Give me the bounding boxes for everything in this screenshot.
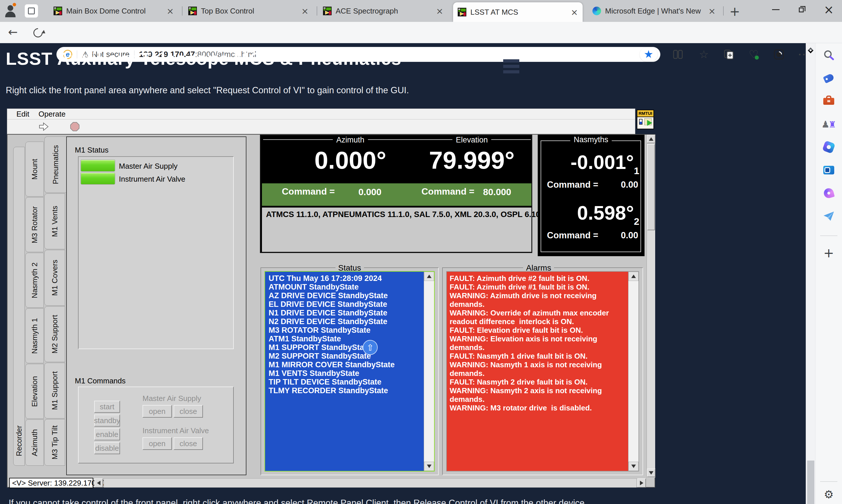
tab-close-icon[interactable]: × (571, 7, 578, 17)
tab-top-box-control[interactable]: Top Box Control × (184, 0, 313, 22)
vi-tab-m3-rotator[interactable]: M3 Rotator (25, 197, 44, 252)
favorites-button[interactable]: ☆ (697, 48, 711, 61)
scroll-up-icon: ⇧ (366, 343, 374, 353)
instrument-air-open-button[interactable]: open (143, 437, 172, 450)
tab-close-icon[interactable]: × (167, 6, 174, 16)
tab-close-icon[interactable]: × (709, 6, 716, 16)
close-window-button[interactable]: × (816, 0, 842, 19)
vi-horizontal-scrollbar[interactable] (104, 479, 637, 488)
vi-tab-label: Recorder (15, 426, 23, 456)
alarms-listbox[interactable]: FAULT: Azimuth drive #2 fault bit is ON.… (446, 271, 639, 471)
restore-button[interactable] (789, 0, 815, 19)
split-screen-button[interactable] (671, 48, 685, 61)
sidebar-tools-button[interactable] (822, 95, 835, 108)
sidebar-drop-button[interactable] (822, 210, 835, 222)
sidebar-search-button[interactable] (822, 49, 835, 61)
menu-operate[interactable]: Operate (39, 110, 66, 119)
master-air-open-button[interactable]: open (143, 405, 172, 418)
status-line: M1 SUPPORT StandbyState (269, 343, 421, 352)
alarms-scrollbar[interactable] (628, 272, 639, 471)
tag-hole (825, 78, 828, 80)
server-status-box: <V> Server: 139.229.170.47 (9, 478, 93, 488)
start-button[interactable]: start (94, 401, 120, 413)
bookmark-added-button[interactable] (640, 47, 658, 61)
tracking-prevention-button[interactable] (772, 48, 786, 61)
vi-scroll-up-button[interactable] (647, 135, 656, 143)
page-scrollbar[interactable] (806, 43, 815, 504)
browser-essentials-button[interactable]: ♡ (747, 48, 760, 61)
page-scroll-up-button[interactable] (809, 48, 813, 52)
vi-tab-m1-covers[interactable]: M1 Covers (44, 250, 65, 306)
disable-button[interactable]: disable (94, 442, 120, 454)
sidebar-m365-button[interactable] (822, 141, 835, 154)
tab-edge-whats-new[interactable]: Microsoft Edge | What's New × (588, 0, 720, 22)
outlook-o (824, 167, 830, 173)
azimuth-command-label: Command = (282, 186, 335, 197)
vi-tab-m1-support[interactable]: M1 Support (44, 363, 65, 418)
tab-separator (182, 6, 182, 16)
back-button[interactable]: ← (8, 25, 18, 39)
tab-lsst-at-mcs-active[interactable]: LSST AT MCS × (453, 2, 583, 22)
profile-avatar[interactable] (4, 5, 17, 17)
vi-scroll-left-button[interactable] (94, 479, 103, 488)
run-arrow-icon[interactable] (38, 122, 49, 131)
alarms-scroll-down-button[interactable] (628, 462, 639, 471)
new-tab-button[interactable]: + (730, 4, 740, 19)
tab-main-box-dome-control[interactable]: Main Box Dome Control × (49, 0, 178, 22)
vi-tab-nasmyth-2[interactable]: Nasmyth 2 (25, 253, 44, 308)
chess-rook-icon: ♜ (828, 120, 836, 129)
brush-hole (827, 192, 830, 195)
azimuth-value: 0.000° (314, 146, 386, 175)
tab-close-icon[interactable]: × (301, 6, 309, 16)
alarms-scroll-up-button[interactable] (628, 272, 639, 281)
status-line: ATMOUNT StandbyState (269, 283, 421, 291)
sidebar-shopping-button[interactable] (822, 72, 835, 85)
status-line: N2 DRIVE DEVICE StandbyState (269, 317, 421, 326)
page-scroll-thumb[interactable] (807, 461, 814, 504)
status-listbox[interactable]: UTC Thu May 16 17:28:09 2024 ATMOUNT Sta… (265, 271, 435, 471)
status-scroll-down-button[interactable] (424, 462, 434, 471)
elevation-value: 79.999° (429, 146, 515, 175)
instrument-air-close-button[interactable]: close (174, 437, 203, 450)
tab-workspaces-icon[interactable] (25, 4, 38, 18)
vi-scroll-thumb[interactable] (647, 144, 655, 230)
refresh-button[interactable] (31, 26, 44, 39)
sidebar-games-button[interactable]: ♟♜ (822, 118, 835, 131)
sidebar-settings-button[interactable]: ⚙ (822, 488, 835, 501)
standby-button[interactable]: standby (94, 414, 120, 427)
vi-tab-m1-vents[interactable]: M1 Vents (44, 194, 65, 249)
menu-edit[interactable]: Edit (16, 110, 29, 119)
sidebar-image-creator-button[interactable] (822, 187, 835, 199)
hamburger-icon (503, 70, 519, 73)
sidebar-add-button[interactable]: + (822, 246, 835, 259)
tab-ace-spectrograph[interactable]: ACE Spectrograph × (318, 0, 448, 22)
instrument-air-valve-led (80, 173, 115, 184)
vi-tab-nasmyth-1[interactable]: Nasmyth 1 (25, 308, 44, 363)
status-scroll-up-button[interactable] (424, 272, 434, 281)
vi-tab-m3-tip-tilt[interactable]: M3 Tip Tilt (44, 419, 65, 466)
up-arrow-icon (427, 275, 431, 278)
collections-button[interactable] (722, 48, 736, 61)
vi-vertical-scrollbar[interactable] (647, 135, 655, 478)
tab-close-icon[interactable]: × (436, 6, 443, 16)
vi-tab-m2-support[interactable]: M2 Support (44, 306, 65, 362)
vi-tab-mount[interactable]: Mount (25, 142, 44, 197)
status-scrollbar[interactable] (424, 272, 434, 471)
master-air-close-button[interactable]: close (174, 405, 203, 418)
vi-tab-elevation[interactable]: Elevation (25, 364, 44, 419)
labview-favicon (188, 6, 197, 15)
minimize-button[interactable] (763, 0, 789, 19)
scroll-origin-indicator[interactable]: ⇧ (363, 340, 378, 355)
vi-tab-azimuth[interactable]: Azimuth (25, 419, 44, 466)
vi-tab-recorder[interactable]: Recorder (13, 147, 25, 466)
stop-button-icon[interactable] (70, 122, 80, 131)
vi-scroll-right-button[interactable] (637, 479, 646, 488)
sidebar-outlook-button[interactable] (822, 164, 835, 177)
enable-button[interactable]: enable (94, 428, 120, 440)
left-arrow-icon (97, 481, 101, 485)
vi-tab-label: Azimuth (30, 429, 39, 456)
vi-scroll-down-button[interactable] (647, 469, 656, 477)
vi-front-panel: Recorder Mount M3 Rotator Nasmyth 2 Nasm… (7, 134, 655, 488)
vi-tab-pneumatics-active[interactable]: Pneumatics (44, 137, 66, 193)
labview-favicon (323, 6, 332, 15)
